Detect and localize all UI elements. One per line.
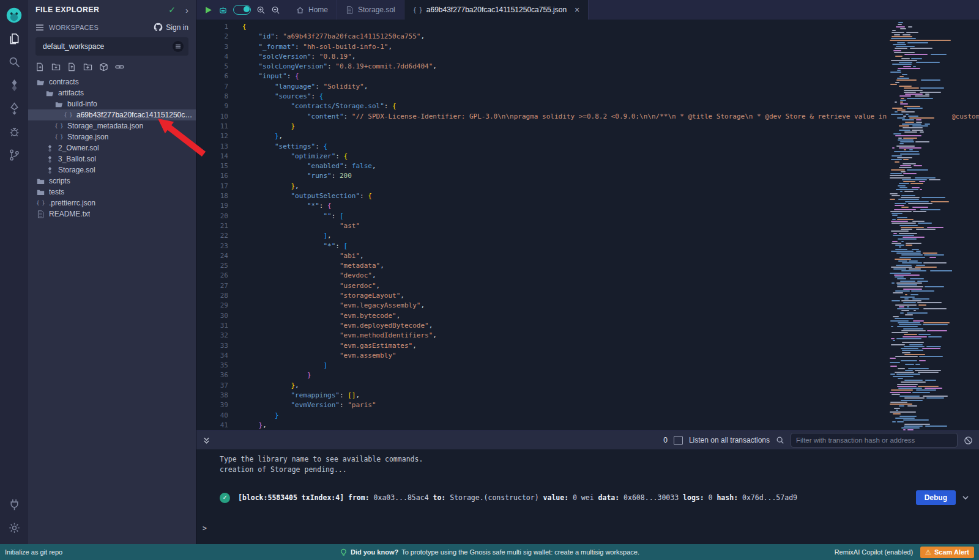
code-editor[interactable]: 1234567891011121314151617181920212223242… bbox=[196, 20, 979, 430]
file-explorer-icon[interactable] bbox=[0, 27, 28, 50]
code-line[interactable]: }, bbox=[242, 131, 979, 141]
terminal-output[interactable]: Type the library name to see available c… bbox=[196, 449, 979, 544]
code-line[interactable]: }, bbox=[242, 381, 979, 391]
settings-icon[interactable] bbox=[0, 516, 28, 539]
code-line[interactable]: "evm.methodIdentifiers", bbox=[242, 331, 979, 341]
code-line[interactable]: "*": { bbox=[242, 201, 979, 211]
code-line[interactable]: "sources": { bbox=[242, 92, 979, 101]
link-icon[interactable] bbox=[115, 62, 124, 72]
file-tree-item-readme-txt[interactable]: README.txt bbox=[28, 208, 196, 219]
debugger-icon[interactable] bbox=[0, 120, 28, 143]
file-tree-item-storage-sol[interactable]: Storage.sol bbox=[28, 164, 196, 175]
code-line[interactable]: "evm.legacyAssembly", bbox=[242, 301, 979, 311]
git-icon[interactable] bbox=[0, 143, 28, 166]
file-tree-item-3-ballot-sol[interactable]: 3_Ballot.sol bbox=[28, 153, 196, 164]
code-line[interactable]: } bbox=[242, 411, 979, 421]
code-line[interactable]: "remappings": [], bbox=[242, 391, 979, 400]
code-line[interactable]: ] bbox=[242, 361, 979, 370]
solidity-compiler-icon[interactable] bbox=[0, 73, 28, 97]
clear-console-icon[interactable] bbox=[964, 436, 973, 445]
code-line[interactable]: "content": "// SPDX-License-Identifier: … bbox=[242, 112, 979, 122]
upload-folder-icon[interactable] bbox=[83, 62, 92, 72]
code-line[interactable]: ], bbox=[242, 231, 979, 241]
tab-home[interactable]: Home bbox=[288, 0, 337, 20]
code-line[interactable]: "evm.deployedBytecode", bbox=[242, 321, 979, 331]
hamburger-menu-icon[interactable] bbox=[35, 24, 44, 31]
code-line[interactable]: "storageLayout", bbox=[242, 291, 979, 301]
code-line[interactable]: }, bbox=[242, 182, 979, 191]
code-line[interactable]: "input": { bbox=[242, 72, 979, 81]
workspace-menu-icon[interactable] bbox=[173, 41, 184, 52]
deploy-run-icon[interactable] bbox=[0, 97, 28, 120]
copilot-toggle[interactable] bbox=[233, 5, 251, 15]
main-area: HomeStorage.sol{ }a69b43f277ba20fcac1411… bbox=[196, 0, 979, 544]
code-line[interactable]: "evm.assembly" bbox=[242, 351, 979, 361]
tab-storage-sol[interactable]: Storage.sol bbox=[337, 0, 404, 20]
file-tree-item-tests[interactable]: tests bbox=[28, 186, 196, 197]
file-tree-item-build-info[interactable]: build-info bbox=[28, 98, 196, 109]
workspace-select[interactable]: default_workspace bbox=[35, 37, 188, 56]
copilot-status[interactable]: RemixAI Copilot (enabled) bbox=[835, 548, 913, 556]
close-tab-icon[interactable]: × bbox=[575, 6, 579, 14]
collapse-terminal-icon[interactable] bbox=[203, 437, 210, 444]
file-tree-item-a69b43f277ba20fcac141151250ca755-json[interactable]: { }a69b43f277ba20fcac141151250ca755.json bbox=[28, 109, 196, 120]
code-line[interactable]: "language": "Solidity", bbox=[242, 82, 979, 92]
remix-logo-icon[interactable] bbox=[0, 4, 28, 27]
file-tree-item-2-owner-sol[interactable]: 2_Owner.sol bbox=[28, 142, 196, 153]
chevron-right-icon[interactable]: › bbox=[185, 5, 188, 15]
code-line[interactable]: "userdoc", bbox=[242, 281, 979, 291]
code-line[interactable]: "devdoc", bbox=[242, 271, 979, 281]
tab-a69b43f277ba20fcac141151250ca755-json[interactable]: { }a69b43f277ba20fcac141151250ca755.json… bbox=[404, 0, 589, 20]
transaction-filter-input[interactable] bbox=[791, 433, 958, 448]
ipfs-cube-icon[interactable] bbox=[99, 62, 108, 72]
debug-button[interactable]: Debug bbox=[916, 490, 956, 505]
code-line[interactable]: "solcVersion": "0.8.19", bbox=[242, 52, 979, 62]
file-tree-item-artifacts[interactable]: artifacts bbox=[28, 87, 196, 98]
run-script-icon[interactable] bbox=[204, 6, 213, 15]
code-line[interactable]: "evm.bytecode", bbox=[242, 311, 979, 321]
code-line[interactable]: "contracts/Storage.sol": { bbox=[242, 101, 979, 111]
code-line[interactable]: } bbox=[242, 370, 979, 380]
file-tree-item-scripts[interactable]: scripts bbox=[28, 175, 196, 186]
code-line[interactable]: "*": [ bbox=[242, 241, 979, 251]
search-icon[interactable] bbox=[0, 50, 28, 73]
code-line[interactable]: "_format": "hh-sol-build-info-1", bbox=[242, 42, 979, 52]
file-tree-item-storage-metadata-json[interactable]: { }Storage_metadata.json bbox=[28, 120, 196, 131]
code-content[interactable]: { "id": "a69b43f277ba20fcac141151250ca75… bbox=[196, 22, 979, 430]
code-line[interactable]: "evm.gasEstimates", bbox=[242, 341, 979, 351]
remix-ai-icon[interactable] bbox=[218, 6, 228, 15]
code-line[interactable]: } bbox=[242, 122, 979, 131]
git-init-button[interactable]: Initialize as git repo bbox=[5, 548, 62, 556]
code-line[interactable]: "ast" bbox=[242, 221, 979, 231]
code-line[interactable]: { bbox=[242, 22, 979, 32]
code-line[interactable]: "settings": { bbox=[242, 142, 979, 152]
upload-file-icon[interactable] bbox=[67, 62, 76, 72]
scam-alert-badge[interactable]: ⚠ Scam Alert bbox=[920, 547, 974, 558]
zoom-out-icon[interactable] bbox=[271, 6, 280, 15]
expand-transaction-icon[interactable] bbox=[962, 494, 969, 501]
terminal-prompt[interactable]: > bbox=[203, 523, 207, 534]
code-line[interactable]: "optimizer": { bbox=[242, 152, 979, 161]
code-line[interactable]: "evmVersion": "paris" bbox=[242, 400, 979, 410]
code-line[interactable]: "id": "a69b43f277ba20fcac141151250ca755"… bbox=[242, 32, 979, 42]
code-line[interactable]: "runs": 200 bbox=[242, 171, 979, 181]
code-line[interactable]: "solcLongVersion": "0.8.19+commit.7dd6d4… bbox=[242, 62, 979, 72]
zoom-in-icon[interactable] bbox=[256, 6, 266, 15]
code-line[interactable]: "": [ bbox=[242, 212, 979, 221]
transaction-log-row[interactable]: ✓ [block:5583405 txIndex:4] from: 0xa03.… bbox=[220, 490, 979, 505]
file-tree-item-contracts[interactable]: contracts bbox=[28, 76, 196, 87]
code-line[interactable]: "abi", bbox=[242, 251, 979, 261]
listen-all-transactions-checkbox[interactable] bbox=[674, 436, 683, 445]
code-line[interactable]: "outputSelection": { bbox=[242, 191, 979, 201]
code-line[interactable]: "enabled": false, bbox=[242, 161, 979, 171]
search-icon[interactable] bbox=[776, 436, 784, 444]
new-file-icon[interactable] bbox=[35, 62, 45, 72]
sign-in-button[interactable]: Sign in bbox=[154, 23, 188, 32]
plugin-manager-icon[interactable] bbox=[0, 493, 28, 516]
file-tree-item--prettierrc-json[interactable]: { }.prettierrc.json bbox=[28, 197, 196, 208]
minimap[interactable] bbox=[888, 20, 952, 430]
new-folder-icon[interactable] bbox=[51, 62, 61, 72]
code-line[interactable]: }, bbox=[242, 421, 979, 430]
file-tree-item-storage-json[interactable]: { }Storage.json bbox=[28, 131, 196, 142]
code-line[interactable]: "metadata", bbox=[242, 261, 979, 271]
